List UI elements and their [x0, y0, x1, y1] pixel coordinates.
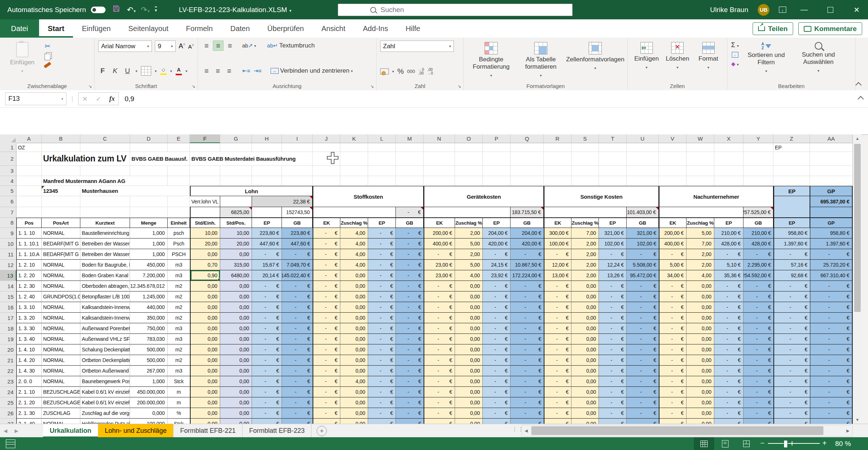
- cell[interactable]: -€: [368, 281, 396, 291]
- cell[interactable]: 0,00: [687, 408, 714, 419]
- cell[interactable]: -€: [396, 302, 424, 313]
- ribbon-tab-seitenlayout[interactable]: Seitenlayout: [119, 19, 177, 38]
- conditional-formatting-button[interactable]: Bedingte Formatierung▾: [467, 41, 515, 81]
- cell-menge[interactable]: 500,000: [130, 344, 168, 355]
- cell-kurztext[interactable]: Oberboden abtragen, lagern der: [80, 281, 130, 291]
- cell[interactable]: 0,00: [340, 302, 368, 313]
- cell[interactable]: [659, 152, 687, 166]
- accounting-format-icon[interactable]: [380, 68, 389, 75]
- cell[interactable]: -€: [282, 366, 313, 376]
- cell[interactable]: -€: [368, 344, 396, 355]
- column-header-D[interactable]: D: [130, 134, 168, 143]
- column-header-Q[interactable]: Q: [511, 134, 544, 143]
- column-header-U[interactable]: U: [627, 134, 659, 143]
- redo-button[interactable]: ↷▾: [141, 4, 150, 15]
- horizontal-scrollbar[interactable]: ◀ ▶: [521, 425, 853, 436]
- cell[interactable]: 145.022,40 €: [282, 270, 313, 281]
- cell[interactable]: -€: [714, 302, 743, 313]
- cell[interactable]: [220, 196, 252, 207]
- sheet-tab[interactable]: Urkalkulation: [43, 424, 98, 438]
- cell[interactable]: 0,00: [455, 408, 483, 419]
- cell[interactable]: 20,00: [190, 239, 220, 249]
- sonstige-gb-sum[interactable]: 101.403,00 €: [627, 207, 659, 218]
- cell[interactable]: -€: [313, 355, 340, 366]
- cell[interactable]: -€: [483, 366, 511, 376]
- cell[interactable]: -€: [627, 397, 659, 408]
- font-color-icon[interactable]: A: [176, 67, 182, 75]
- cell[interactable]: 0,00: [340, 313, 368, 323]
- cell[interactable]: [282, 166, 313, 176]
- cell-B5[interactable]: 12345: [42, 186, 80, 196]
- cell[interactable]: -€: [810, 376, 853, 387]
- row-header-7[interactable]: 7: [0, 207, 16, 218]
- ribbon-tab-daten[interactable]: Daten: [222, 19, 259, 38]
- cell[interactable]: -€: [396, 239, 424, 249]
- cell[interactable]: -€: [810, 334, 853, 344]
- macro-status-icon[interactable]: [6, 439, 15, 448]
- cell[interactable]: 0,00: [455, 302, 483, 313]
- cell[interactable]: -€: [743, 419, 773, 424]
- cell[interactable]: 447,60 €: [252, 239, 282, 249]
- column-header-P[interactable]: P: [483, 134, 511, 143]
- cell[interactable]: -€: [511, 419, 544, 424]
- cell-pos[interactable]: 1. 1. 10.1: [16, 239, 42, 249]
- cell[interactable]: -€: [368, 419, 396, 424]
- cell[interactable]: [627, 176, 659, 186]
- cell[interactable]: -€: [659, 408, 687, 419]
- cell[interactable]: -€: [810, 344, 853, 355]
- cell[interactable]: 100,00 €: [544, 239, 571, 249]
- cell[interactable]: -€: [659, 397, 687, 408]
- cell[interactable]: [220, 166, 252, 176]
- cell[interactable]: -€: [396, 355, 424, 366]
- cell[interactable]: -€: [483, 291, 511, 302]
- cell[interactable]: [190, 176, 220, 186]
- fill-icon[interactable]: ↓: [732, 52, 738, 58]
- column-header-R[interactable]: R: [544, 134, 571, 143]
- cell[interactable]: -€: [810, 313, 853, 323]
- cell[interactable]: -€: [396, 376, 424, 387]
- cell[interactable]: 15,67 €: [252, 260, 282, 270]
- cell[interactable]: -€: [599, 355, 627, 366]
- cell[interactable]: [252, 166, 282, 176]
- row-header-5[interactable]: 5: [0, 186, 16, 196]
- cell[interactable]: 0,00: [687, 419, 714, 424]
- cell[interactable]: [627, 152, 659, 166]
- cell[interactable]: -€: [396, 270, 424, 281]
- cell[interactable]: 0,00: [455, 387, 483, 397]
- cell[interactable]: [282, 176, 313, 186]
- cell[interactable]: -€: [313, 366, 340, 376]
- cell[interactable]: [190, 207, 220, 218]
- table-header-ep[interactable]: EP: [252, 218, 282, 228]
- cell-kurztext[interactable]: Ortbeton Außenwand D 24cm: [80, 366, 130, 376]
- cell[interactable]: [483, 152, 511, 166]
- cell[interactable]: -€: [511, 408, 544, 419]
- lohn-hours-sum[interactable]: 6825,00: [220, 207, 252, 218]
- cell[interactable]: -€: [252, 387, 282, 397]
- ribbon-tab-start[interactable]: Start: [39, 19, 73, 38]
- cell-kurztext[interactable]: Kalksandstein-Innenwand KS-: [80, 302, 130, 313]
- table-header-ep[interactable]: EP: [599, 218, 627, 228]
- cell[interactable]: -€: [483, 313, 511, 323]
- table-header-ek[interactable]: EK: [659, 218, 687, 228]
- cell[interactable]: -€: [599, 323, 627, 334]
- column-header-S[interactable]: S: [571, 134, 599, 143]
- cell[interactable]: 321,00 €: [599, 228, 627, 239]
- cell[interactable]: [810, 166, 853, 176]
- ribbon-tab-einfügen[interactable]: Einfügen: [73, 19, 119, 38]
- cell[interactable]: 7.049,70 €: [282, 260, 313, 270]
- cell-F2[interactable]: BVBS GAEB Musterdatei Bauausführung: [190, 152, 313, 166]
- cell[interactable]: 0,00: [190, 408, 220, 419]
- row-header-13[interactable]: 13: [0, 270, 16, 281]
- cell-posart[interactable]: BEDARF(MIT G: [42, 249, 80, 260]
- cell[interactable]: -€: [544, 376, 571, 387]
- cell[interactable]: 4,00: [340, 260, 368, 270]
- cell[interactable]: 7,00: [687, 239, 714, 249]
- cell[interactable]: [130, 196, 168, 207]
- table-header-menge[interactable]: Menge: [130, 218, 168, 228]
- column-header-L[interactable]: L: [368, 134, 396, 143]
- cell[interactable]: [130, 207, 168, 218]
- cell[interactable]: [368, 143, 396, 152]
- cell[interactable]: [396, 143, 424, 152]
- cell[interactable]: -€: [252, 302, 282, 313]
- cell[interactable]: [714, 176, 743, 186]
